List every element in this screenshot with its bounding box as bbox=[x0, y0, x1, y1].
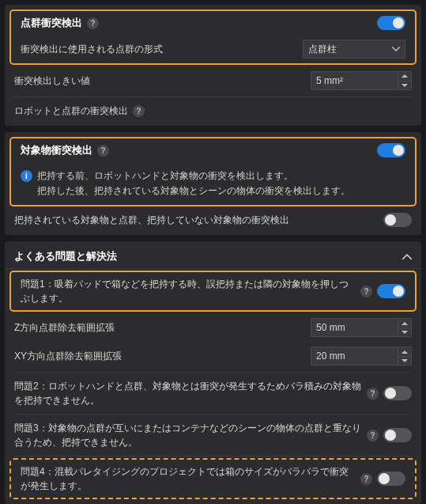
problem1-highlight: 問題1：吸着パッドで箱などを把持する時、誤把持または隣の対象物を押しつぶします。… bbox=[9, 271, 417, 312]
section-title: よくある問題と解決法 bbox=[14, 249, 117, 263]
panel-point-cloud-collision: 点群衝突検出 ? 衝突検出に使用される点群の形式 点群柱 衝 bbox=[5, 5, 421, 126]
spin-xy-expansion: 20 mm bbox=[311, 347, 412, 366]
spin-threshold-value[interactable]: 5 mm² bbox=[311, 71, 398, 90]
label-z-expansion: Z方向点群除去範囲拡張 bbox=[14, 320, 115, 335]
toggle-held-object-collision[interactable] bbox=[383, 213, 412, 227]
spin-down-button[interactable] bbox=[398, 328, 411, 337]
problem4-highlight: 問題4：混載パレタイジングのプロジェクトでは箱のサイズがバラバラで衝突が発生しま… bbox=[9, 458, 417, 499]
help-icon[interactable]: ? bbox=[367, 430, 379, 441]
chevron-down-icon bbox=[392, 47, 400, 51]
spin-down-button[interactable] bbox=[398, 357, 411, 366]
spin-z-value[interactable]: 50 mm bbox=[311, 318, 398, 337]
info-text-line1: 把持する前、ロボットハンドと対象物の衝突を検出します。 bbox=[37, 169, 350, 184]
label-robot-collision: ロボットと点群の衝突検出 bbox=[14, 104, 128, 118]
label-xy-expansion: XY方向点群除去範囲拡張 bbox=[14, 349, 122, 363]
help-icon[interactable]: ? bbox=[360, 286, 372, 297]
problem2-text: 問題2：ロボットハンドと点群、対象物とは衝突が発生するためバラ積みの対象物を把持… bbox=[14, 379, 362, 407]
spin-down-button[interactable] bbox=[398, 81, 411, 90]
section-title: 点群衝突検出 bbox=[21, 16, 82, 30]
divider bbox=[14, 414, 412, 415]
help-icon[interactable]: ? bbox=[367, 388, 379, 400]
panel-faq: よくある問題と解決法 問題1：吸着パッドで箱などを把持する時、誤把持または隣の対… bbox=[5, 241, 421, 504]
info-text-line2: 把持した後、把持されている対象物とシーンの物体の衝突を検出します。 bbox=[37, 184, 350, 199]
chevron-up-icon[interactable] bbox=[402, 251, 412, 262]
spin-xy-value[interactable]: 20 mm bbox=[311, 347, 398, 366]
section-title: 対象物衝突検出 bbox=[21, 143, 92, 157]
divider bbox=[14, 372, 412, 373]
section-highlight: 点群衝突検出 ? 衝突検出に使用される点群の形式 点群柱 bbox=[9, 9, 417, 65]
help-icon[interactable]: ? bbox=[133, 105, 145, 117]
toggle-point-cloud-collision[interactable] bbox=[377, 16, 405, 30]
problem3-text: 問題3：対象物の点群が互いにまたはコンテナなどのシーンの物体の点群と重なり合うた… bbox=[14, 421, 362, 449]
help-icon[interactable]: ? bbox=[87, 17, 99, 29]
label-threshold: 衝突検出しきい値 bbox=[14, 74, 90, 88]
panel-object-collision: 対象物衝突検出 ? i 把持する前、ロボットハンドと対象物の衝突を検出します。 … bbox=[5, 132, 421, 235]
toggle-problem3[interactable] bbox=[383, 428, 412, 442]
select-point-cloud-form[interactable]: 点群柱 bbox=[303, 40, 405, 59]
select-value: 点群柱 bbox=[308, 43, 337, 56]
divider bbox=[14, 456, 412, 457]
spin-up-button[interactable] bbox=[398, 347, 411, 357]
label-point-cloud-form: 衝突検出に使用される点群の形式 bbox=[21, 42, 163, 56]
toggle-object-collision[interactable] bbox=[377, 143, 405, 157]
spin-up-button[interactable] bbox=[398, 319, 411, 328]
toggle-problem2[interactable] bbox=[383, 386, 412, 400]
problem4-text: 問題4：混載パレタイジングのプロジェクトでは箱のサイズがバラバラで衝突が発生しま… bbox=[21, 464, 356, 493]
problem1-text: 問題1：吸着パッドで箱などを把持する時、誤把持または隣の対象物を押しつぶします。 bbox=[21, 277, 356, 305]
spin-z-expansion: 50 mm bbox=[311, 318, 412, 337]
spin-threshold: 5 mm² bbox=[311, 71, 412, 90]
toggle-problem1[interactable] bbox=[377, 284, 405, 298]
spin-up-button[interactable] bbox=[398, 72, 411, 81]
help-icon[interactable]: ? bbox=[97, 145, 109, 157]
divider bbox=[14, 97, 412, 97]
info-icon: i bbox=[21, 170, 32, 182]
toggle-problem4[interactable] bbox=[377, 472, 405, 486]
help-icon[interactable]: ? bbox=[360, 473, 372, 485]
section-highlight: 対象物衝突検出 ? i 把持する前、ロボットハンドと対象物の衝突を検出します。 … bbox=[9, 137, 417, 207]
label-held-object-collision: 把持されている対象物と点群、把持していない対象物の衝突検出 bbox=[14, 213, 289, 227]
